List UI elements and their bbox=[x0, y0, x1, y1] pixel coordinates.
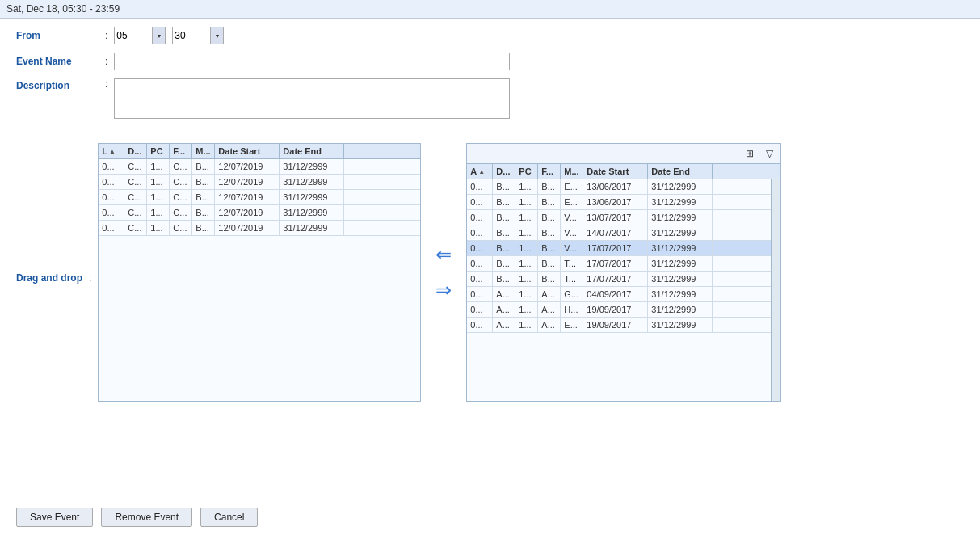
right-table-row[interactable]: 0...B...1...B...V...14/07/201731/12/2999 bbox=[467, 225, 780, 241]
right-cell-3: B... bbox=[538, 256, 561, 271]
right-cell-6: 31/12/2999 bbox=[648, 241, 713, 255]
right-cell-5: 17/07/2017 bbox=[583, 256, 648, 271]
right-cell-2: 1... bbox=[515, 256, 538, 271]
left-cell-4: B... bbox=[192, 221, 215, 235]
right-table-row[interactable]: 0...B...1...B...V...17/07/201731/12/2999 bbox=[467, 241, 780, 256]
right-table-row[interactable]: 0...A...1...A...G...04/09/201731/12/2999 bbox=[467, 287, 780, 302]
sort-arrow-l: ▲ bbox=[109, 148, 116, 155]
right-cell-3: B... bbox=[538, 241, 561, 255]
right-cell-4: T... bbox=[561, 256, 583, 271]
hour-dropdown-arrow[interactable]: ▼ bbox=[153, 27, 166, 44]
right-col-d[interactable]: D... bbox=[493, 164, 515, 179]
right-cell-6: 31/12/2999 bbox=[648, 302, 713, 317]
right-cell-1: B... bbox=[493, 272, 515, 286]
right-cell-2: 1... bbox=[515, 272, 538, 286]
description-input[interactable] bbox=[114, 78, 510, 119]
right-cell-3: A... bbox=[538, 318, 561, 332]
left-col-d[interactable]: D... bbox=[124, 144, 147, 158]
remove-event-button[interactable]: Remove Event bbox=[101, 508, 192, 527]
right-table: ⊞ ▽ A ▲ D... PC F... M... Date Start Dat… bbox=[466, 143, 781, 402]
left-cell-4: B... bbox=[192, 190, 215, 204]
left-cell-6: 31/12/2999 bbox=[280, 175, 344, 189]
left-cell-3: C... bbox=[170, 221, 192, 235]
from-colon: : bbox=[105, 30, 107, 41]
right-cell-1: A... bbox=[493, 287, 515, 301]
left-table-header: L ▲ D... PC F... M... Date Start Date En… bbox=[99, 144, 420, 159]
right-col-date-start[interactable]: Date Start bbox=[583, 164, 648, 179]
right-table-row[interactable]: 0...A...1...A...H...19/09/201731/12/2999 bbox=[467, 302, 780, 318]
right-cell-0: 0... bbox=[467, 287, 493, 301]
right-cell-0: 0... bbox=[467, 302, 493, 317]
left-table-row[interactable]: 0...C...1...C...B...12/07/201931/12/2999 bbox=[99, 175, 420, 190]
right-table-row[interactable]: 0...A...1...A...E...19/09/201731/12/2999 bbox=[467, 318, 780, 333]
minute-select[interactable]: 30 bbox=[172, 27, 211, 44]
from-row: From : 05 ▼ 30 ▼ bbox=[16, 27, 964, 44]
right-cell-5: 04/09/2017 bbox=[583, 287, 648, 301]
left-table-row[interactable]: 0...C...1...C...B...12/07/201931/12/2999 bbox=[99, 221, 420, 236]
left-col-date-end[interactable]: Date End bbox=[280, 144, 344, 158]
left-cell-1: C... bbox=[124, 175, 147, 189]
left-cell-6: 31/12/2999 bbox=[280, 205, 344, 220]
form-area: From : 05 ▼ 30 ▼ Event Name : Descriptio… bbox=[0, 19, 980, 135]
right-cell-0: 0... bbox=[467, 318, 493, 332]
filter-icon[interactable]: ▽ bbox=[761, 145, 777, 162]
left-table-row[interactable]: 0...C...1...C...B...12/07/201931/12/2999 bbox=[99, 205, 420, 221]
left-cell-2: 1... bbox=[147, 190, 170, 204]
right-cell-2: 1... bbox=[515, 225, 538, 240]
from-label: From bbox=[16, 30, 105, 41]
left-cell-3: C... bbox=[170, 175, 192, 189]
left-cell-1: C... bbox=[124, 190, 147, 204]
left-table-row[interactable]: 0...C...1...C...B...12/07/201931/12/2999 bbox=[99, 159, 420, 175]
right-cell-4: V... bbox=[561, 210, 583, 225]
right-cell-6: 31/12/2999 bbox=[648, 256, 713, 271]
left-cell-1: C... bbox=[124, 221, 147, 235]
left-col-date-start[interactable]: Date Start bbox=[215, 144, 280, 158]
right-table-header: A ▲ D... PC F... M... Date Start Date En… bbox=[467, 164, 780, 179]
right-cell-6: 31/12/2999 bbox=[648, 287, 713, 301]
minute-dropdown-arrow[interactable]: ▼ bbox=[211, 27, 224, 44]
event-name-input[interactable] bbox=[114, 53, 510, 70]
right-col-m[interactable]: M... bbox=[561, 164, 583, 179]
left-cell-5: 12/07/2019 bbox=[215, 205, 280, 220]
right-cell-3: B... bbox=[538, 225, 561, 240]
left-cell-5: 12/07/2019 bbox=[215, 190, 280, 204]
right-col-f[interactable]: F... bbox=[538, 164, 561, 179]
left-cell-0: 0... bbox=[99, 159, 124, 174]
right-cell-1: A... bbox=[493, 302, 515, 317]
grid-icon[interactable]: ⊞ bbox=[742, 145, 758, 162]
arrow-right-button[interactable]: ⇒ bbox=[429, 276, 458, 305]
right-cell-6: 31/12/2999 bbox=[648, 195, 713, 209]
right-col-a[interactable]: A ▲ bbox=[467, 164, 493, 179]
left-col-m[interactable]: M... bbox=[192, 144, 215, 158]
arrow-left-button[interactable]: ⇐ bbox=[429, 240, 458, 269]
right-cell-3: B... bbox=[538, 272, 561, 286]
right-table-row[interactable]: 0...B...1...B...E...13/06/201731/12/2999 bbox=[467, 179, 780, 195]
right-cell-4: E... bbox=[561, 318, 583, 332]
right-cell-3: B... bbox=[538, 179, 561, 194]
right-cell-5: 17/07/2017 bbox=[583, 272, 648, 286]
right-table-row[interactable]: 0...B...1...B...E...13/06/201731/12/2999 bbox=[467, 195, 780, 210]
right-table-row[interactable]: 0...B...1...B...T...17/07/201731/12/2999 bbox=[467, 256, 780, 272]
right-table-scrollbar[interactable] bbox=[771, 179, 780, 402]
right-table-row[interactable]: 0...B...1...B...V...13/07/201731/12/2999 bbox=[467, 210, 780, 225]
right-col-pc[interactable]: PC bbox=[515, 164, 538, 179]
save-event-button[interactable]: Save Event bbox=[16, 508, 93, 527]
right-cell-1: A... bbox=[493, 318, 515, 332]
hour-select[interactable]: 05 bbox=[114, 27, 153, 44]
drag-drop-colon: : bbox=[89, 143, 91, 284]
right-cell-1: B... bbox=[493, 210, 515, 225]
right-cell-0: 0... bbox=[467, 179, 493, 194]
right-cell-6: 31/12/2999 bbox=[648, 318, 713, 332]
left-cell-5: 12/07/2019 bbox=[215, 221, 280, 235]
left-table-row[interactable]: 0...C...1...C...B...12/07/201931/12/2999 bbox=[99, 190, 420, 205]
right-col-date-end[interactable]: Date End bbox=[648, 164, 713, 179]
left-col-f[interactable]: F... bbox=[170, 144, 192, 158]
left-col-pc[interactable]: PC bbox=[147, 144, 170, 158]
drag-drop-label: Drag and drop bbox=[16, 143, 89, 284]
left-cell-5: 12/07/2019 bbox=[215, 159, 280, 174]
right-cell-4: G... bbox=[561, 287, 583, 301]
left-col-l[interactable]: L ▲ bbox=[99, 144, 124, 158]
arrows-section: ⇐ ⇒ bbox=[421, 143, 466, 402]
cancel-button[interactable]: Cancel bbox=[200, 508, 258, 527]
right-table-row[interactable]: 0...B...1...B...T...17/07/201731/12/2999 bbox=[467, 272, 780, 287]
